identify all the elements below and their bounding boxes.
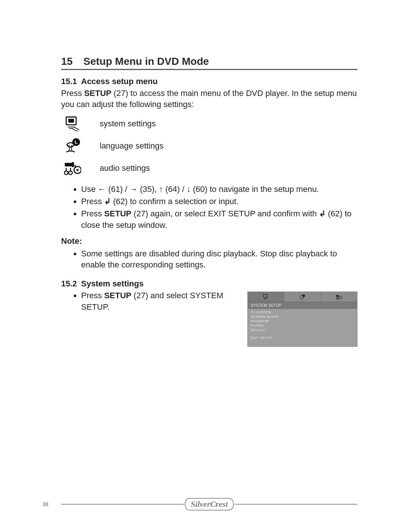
audio-settings-icon: [64, 159, 81, 176]
screenshot-menu-items: TV SYSTEM SCREEN SAVER PASSWOR RATING DE…: [248, 309, 357, 333]
section-title: Access setup menu: [81, 77, 158, 86]
instruction-list: Press SETUP (27) and select SYSTEM SETUP…: [61, 290, 244, 313]
list-item-label: audio settings: [100, 163, 150, 174]
page-number: 38: [43, 501, 61, 507]
setup-menu-screenshot: SYSTEM SETUP TV SYSTEM SCREEN SAVER PASS…: [247, 292, 357, 347]
svg-rect-4: [65, 163, 72, 167]
svg-point-14: [338, 298, 339, 299]
svg-point-6: [64, 171, 68, 175]
chapter-number: 15: [61, 56, 83, 67]
list-item: Use ← (61) / → (35), ↑ (64) / ↓ (60) to …: [81, 184, 357, 195]
left-arrow-icon: ←: [98, 184, 106, 194]
list-item: audio settings: [61, 159, 357, 176]
note-label: Note:: [61, 236, 357, 246]
list-item: Press SETUP (27) and select SYSTEM SETUP…: [81, 290, 244, 313]
list-item: RATING: [251, 323, 354, 328]
right-arrow-icon: →: [130, 184, 138, 194]
section-number: 15.2: [61, 279, 81, 289]
page-footer: 38 SilverCrest: [43, 498, 357, 511]
list-item: Some settings are disabled during disc p…: [81, 248, 357, 271]
svg-text:L: L: [74, 140, 77, 145]
instruction-list: Use ← (61) / → (35), ↑ (64) / ↓ (60) to …: [61, 184, 357, 231]
enter-icon: ↲: [104, 197, 111, 206]
language-tab-icon: [284, 292, 321, 302]
section-number: 15.1: [61, 77, 81, 86]
screenshot-title: SYSTEM SETUP: [248, 302, 357, 309]
list-item: SCREEN SAVER: [251, 315, 354, 319]
list-item: PASSWOR: [251, 319, 354, 323]
settings-icon-list: system settings L language settings audi…: [61, 115, 357, 176]
svg-point-13: [336, 298, 338, 299]
up-arrow-icon: ↑: [159, 184, 163, 194]
list-item: Press ↲ (62) to confirm a selection or i…: [81, 196, 357, 207]
svg-point-15: [339, 296, 342, 299]
section-heading: 15.2System settings: [61, 279, 357, 289]
system-settings-icon: [64, 115, 81, 132]
section-title: System settings: [81, 279, 144, 288]
chapter-heading: 15 Setup Menu in DVD Mode: [61, 56, 357, 70]
svg-rect-10: [263, 295, 267, 297]
language-settings-icon: L: [64, 137, 81, 154]
list-item: TV SYSTEM: [251, 310, 354, 315]
audio-tab-icon: [321, 292, 357, 302]
svg-point-9: [77, 169, 79, 171]
enter-icon: ↲: [319, 209, 326, 218]
brand-logo: SilverCrest: [185, 498, 234, 511]
list-item: DEFAULT: [251, 328, 354, 332]
svg-rect-12: [336, 295, 339, 297]
list-item-label: language settings: [100, 140, 163, 152]
down-arrow-icon: ↓: [187, 184, 191, 194]
footer-rule: [61, 504, 184, 505]
section-heading: 15.1Access setup menu: [61, 77, 357, 86]
list-item: system settings: [61, 115, 357, 132]
footer-rule: [234, 504, 357, 505]
system-tab-icon: [248, 292, 284, 302]
svg-rect-1: [69, 119, 74, 123]
chapter-title: Setup Menu in DVD Mode: [83, 56, 209, 67]
list-item-label: system settings: [100, 118, 156, 129]
list-item: Press SETUP (27) again, or select EXIT S…: [81, 208, 357, 231]
svg-rect-5: [72, 162, 74, 167]
screenshot-tab-bar: [248, 292, 357, 302]
screenshot-exit-item: EXIT SETUP: [248, 333, 357, 346]
svg-point-7: [69, 171, 72, 175]
note-list: Some settings are disabled during disc p…: [61, 248, 357, 271]
intro-paragraph: Press SETUP (27) to access the main menu…: [61, 88, 357, 110]
list-item: L language settings: [61, 137, 357, 154]
